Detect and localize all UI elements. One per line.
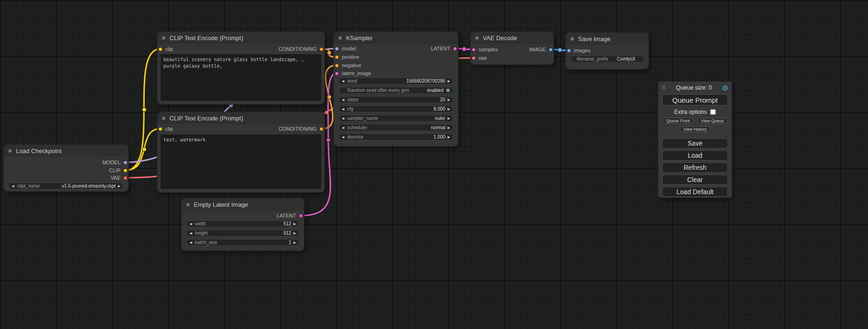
settings-gear-icon[interactable]: ⚙ xyxy=(722,84,728,91)
queue-prompt-button[interactable]: Queue Prompt xyxy=(662,94,728,105)
output-slot-image[interactable]: IMAGE xyxy=(529,46,553,53)
input-dot-vae[interactable] xyxy=(472,56,476,60)
prompt-textarea[interactable]: text, watermark xyxy=(161,134,321,189)
denoise-widget[interactable]: ◀ denoise 1.000 ▶ xyxy=(339,133,453,140)
sampler-name-widget[interactable]: ◀ sampler_name euler ▶ xyxy=(339,115,453,122)
arrow-right-icon[interactable]: ▶ xyxy=(448,107,450,111)
input-dot-clip[interactable] xyxy=(158,127,162,131)
collapse-dot-icon[interactable] xyxy=(570,37,574,41)
output-dot-conditioning[interactable] xyxy=(319,127,324,131)
node-title-bar[interactable]: CLIP Text Encode (Prompt) xyxy=(157,112,325,124)
filename-prefix-widget[interactable]: filename_prefix ComfyUI xyxy=(571,56,644,63)
queue-front-button[interactable]: Queue Front xyxy=(662,118,694,124)
input-dot-latent-image[interactable] xyxy=(335,71,339,76)
refresh-button[interactable]: Refresh xyxy=(662,162,728,173)
input-slot-latent-image[interactable]: latent_image xyxy=(335,70,371,77)
output-dot-image[interactable] xyxy=(549,48,553,52)
arrow-left-icon[interactable]: ◀ xyxy=(190,222,192,225)
collapse-dot-icon[interactable] xyxy=(475,36,479,40)
input-slot-negative[interactable]: negative xyxy=(335,62,361,69)
arrow-left-icon[interactable]: ◀ xyxy=(342,117,344,120)
arrow-right-icon[interactable]: ▶ xyxy=(448,117,450,120)
toggle-knob[interactable] xyxy=(446,88,450,92)
node-empty-latent-image[interactable]: Empty Latent Image LATENT ◀ width 512 ▶ … xyxy=(182,198,304,251)
input-slot-images[interactable]: images xyxy=(567,47,590,54)
view-history-button[interactable]: View History xyxy=(679,126,711,132)
node-title-bar[interactable]: Save Image xyxy=(566,33,649,45)
collapse-dot-icon[interactable] xyxy=(338,36,342,40)
scheduler-widget[interactable]: ◀ scheduler normal ▶ xyxy=(339,124,453,131)
node-graph-canvas[interactable]: Load Checkpoint MODEL CLIP VAE ◀ ckpt_na… xyxy=(0,0,868,329)
output-slot-conditioning[interactable]: CONDITIONING xyxy=(279,46,324,52)
arrow-right-icon[interactable]: ▶ xyxy=(294,231,296,235)
output-dot-conditioning[interactable] xyxy=(319,47,324,51)
arrow-right-icon[interactable]: ▶ xyxy=(448,98,450,101)
output-dot-clip[interactable] xyxy=(123,168,127,173)
input-dot-samples[interactable] xyxy=(472,48,476,52)
batch-size-widget[interactable]: ◀ batch_size 1 ▶ xyxy=(186,239,299,246)
input-slot-clip[interactable]: clip xyxy=(158,126,173,132)
output-dot-latent[interactable] xyxy=(299,214,303,218)
node-ksampler[interactable]: KSampler model positive negative latent_… xyxy=(334,32,458,146)
steps-widget[interactable]: ◀ steps 20 ▶ xyxy=(339,96,453,103)
node-load-checkpoint[interactable]: Load Checkpoint MODEL CLIP VAE ◀ ckpt_na… xyxy=(4,145,128,191)
ckpt-name-widget[interactable]: ◀ ckpt_name v1-5-pruned-emaonly.ckpt ▶ xyxy=(8,182,124,189)
input-slot-samples[interactable]: samples xyxy=(472,46,498,53)
arrow-left-icon[interactable]: ◀ xyxy=(190,241,192,244)
clear-button[interactable]: Clear xyxy=(662,175,728,185)
arrow-left-icon[interactable]: ◀ xyxy=(12,184,14,188)
node-title-bar[interactable]: Empty Latent Image xyxy=(182,198,304,210)
width-widget[interactable]: ◀ width 512 ▶ xyxy=(186,220,299,227)
node-title-bar[interactable]: VAE Decode xyxy=(471,32,554,44)
prompt-textarea[interactable]: beautiful scenery nature glass bottle la… xyxy=(161,54,321,101)
collapse-dot-icon[interactable] xyxy=(162,116,166,120)
input-dot-positive[interactable] xyxy=(335,55,339,59)
arrow-right-icon[interactable]: ▶ xyxy=(294,241,296,244)
seed-widget[interactable]: ◀ seed 156680208700286 ▶ xyxy=(339,77,453,84)
input-dot-images[interactable] xyxy=(567,49,571,53)
input-dot-negative[interactable] xyxy=(335,63,339,68)
input-slot-vae[interactable]: vae xyxy=(472,55,487,61)
arrow-right-icon[interactable]: ▶ xyxy=(448,126,450,129)
node-vae-decode[interactable]: VAE Decode samples vae IMAGE xyxy=(471,32,554,64)
node-title-bar[interactable]: CLIP Text Encode (Prompt) xyxy=(157,32,325,44)
collapse-dot-icon[interactable] xyxy=(162,36,166,40)
arrow-right-icon[interactable]: ▶ xyxy=(118,184,120,188)
cfg-widget[interactable]: ◀ cfg 8.000 ▶ xyxy=(339,105,453,112)
arrow-left-icon[interactable]: ◀ xyxy=(190,231,192,235)
node-clip-text-encode-negative[interactable]: CLIP Text Encode (Prompt) clip CONDITION… xyxy=(157,112,325,192)
load-button[interactable]: Load xyxy=(662,150,728,161)
height-widget[interactable]: ◀ height 512 ▶ xyxy=(186,230,299,237)
arrow-right-icon[interactable]: ▶ xyxy=(448,79,450,83)
arrow-left-icon[interactable]: ◀ xyxy=(342,107,344,111)
collapse-dot-icon[interactable] xyxy=(8,149,12,153)
arrow-left-icon[interactable]: ◀ xyxy=(342,135,344,139)
input-slot-model[interactable]: model xyxy=(335,45,356,52)
output-slot-vae[interactable]: VAE xyxy=(111,175,127,181)
input-slot-positive[interactable]: positive xyxy=(335,54,359,60)
save-button[interactable]: Save xyxy=(662,138,728,148)
collapse-dot-icon[interactable] xyxy=(186,203,190,207)
node-title-bar[interactable]: KSampler xyxy=(334,32,458,44)
drag-handle-icon[interactable]: ⠿ xyxy=(662,84,666,91)
output-slot-model[interactable]: MODEL xyxy=(102,159,127,166)
output-slot-latent[interactable]: LATENT xyxy=(277,212,303,219)
output-slot-latent[interactable]: LATENT xyxy=(431,45,457,52)
output-dot-latent[interactable] xyxy=(453,47,457,51)
extra-options-checkbox[interactable] xyxy=(710,109,716,115)
output-dot-vae[interactable] xyxy=(123,176,127,180)
output-slot-conditioning[interactable]: CONDITIONING xyxy=(279,126,324,132)
output-dot-model[interactable] xyxy=(123,161,127,165)
arrow-right-icon[interactable]: ▶ xyxy=(448,135,450,139)
arrow-left-icon[interactable]: ◀ xyxy=(342,79,344,83)
node-clip-text-encode-positive[interactable]: CLIP Text Encode (Prompt) clip CONDITION… xyxy=(157,32,325,104)
random-seed-toggle-widget[interactable]: Random seed after every gen enabled xyxy=(339,87,453,94)
input-slot-clip[interactable]: clip xyxy=(158,46,173,52)
arrow-right-icon[interactable]: ▶ xyxy=(294,222,296,225)
arrow-left-icon[interactable]: ◀ xyxy=(342,98,344,101)
arrow-left-icon[interactable]: ◀ xyxy=(342,126,344,129)
view-queue-button[interactable]: View Queue xyxy=(697,118,728,124)
input-dot-clip[interactable] xyxy=(158,47,162,51)
load-default-button[interactable]: Load Default xyxy=(662,187,728,197)
output-slot-clip[interactable]: CLIP xyxy=(109,167,127,174)
